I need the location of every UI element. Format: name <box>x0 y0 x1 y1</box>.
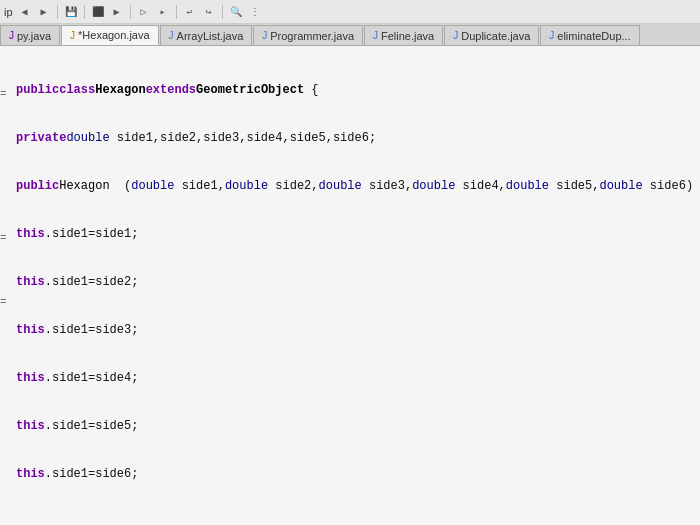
code-line-9: this.side1=side6; <box>16 466 692 482</box>
tab-icon-hexagon: J <box>70 30 75 41</box>
toolbar-separator-3 <box>130 5 131 19</box>
tab-icon-eliminate: J <box>549 30 554 41</box>
tab-arraylist-java[interactable]: J ArrayList.java <box>160 25 253 45</box>
code-line-6: this.side1=side3; <box>16 322 692 338</box>
toolbar-icons: ◀ ▶ 💾 ⬛ ▶ ▷ ▸ ↩ ↪ 🔍 ⋮ <box>17 4 263 20</box>
run1-icon[interactable]: ▷ <box>136 4 152 20</box>
code-editor[interactable]: public class Hexagon extends GeometricOb… <box>8 46 700 525</box>
tab-label-programmer: Programmer.java <box>270 30 354 42</box>
tab-label-py: py.java <box>17 30 51 42</box>
tab-label-arraylist: ArrayList.java <box>177 30 244 42</box>
save-icon[interactable]: 💾 <box>63 4 79 20</box>
tab-label-hexagon: *Hexagon.java <box>78 29 150 41</box>
editor-area[interactable]: = = = public class <box>0 46 700 525</box>
toolbar-separator-1 <box>57 5 58 19</box>
toolbar-separator-5 <box>222 5 223 19</box>
tab-icon-programmer: J <box>262 30 267 41</box>
marker-column: = = = <box>0 46 8 525</box>
tab-programmer-java[interactable]: J Programmer.java <box>253 25 363 45</box>
toolbar-title: ip <box>4 6 13 18</box>
code-line-1: public class Hexagon extends GeometricOb… <box>16 82 692 98</box>
run2-icon[interactable]: ▸ <box>155 4 171 20</box>
tab-icon-duplicate: J <box>453 30 458 41</box>
tab-py-java[interactable]: J py.java <box>0 25 60 45</box>
code-line-7: this.side1=side4; <box>16 370 692 386</box>
tab-label-eliminate: eliminateDup... <box>557 30 630 42</box>
code-line-5: this.side1=side2; <box>16 274 692 290</box>
search-icon[interactable]: 🔍 <box>228 4 244 20</box>
code-line-2: private double side1,side2,side3,side4,s… <box>16 130 692 146</box>
tab-feline-java[interactable]: J Feline.java <box>364 25 443 45</box>
tab-eliminate-dup[interactable]: J eliminateDup... <box>540 25 639 45</box>
undo-icon[interactable]: ↩ <box>182 4 198 20</box>
debug1-icon[interactable]: ⬛ <box>90 4 106 20</box>
tab-bar: J py.java J *Hexagon.java J ArrayList.ja… <box>0 24 700 46</box>
tab-icon-py: J <box>9 30 14 41</box>
code-container: = = = public class <box>0 46 700 525</box>
tab-duplicate-java[interactable]: J Duplicate.java <box>444 25 539 45</box>
code-line-4: this.side1=side1; <box>16 226 692 242</box>
redo-icon[interactable]: ↪ <box>201 4 217 20</box>
tab-hexagon-java[interactable]: J *Hexagon.java <box>61 25 159 45</box>
forward-icon[interactable]: ▶ <box>36 4 52 20</box>
tab-icon-arraylist: J <box>169 30 174 41</box>
app-window: ip ◀ ▶ 💾 ⬛ ▶ ▷ ▸ ↩ ↪ 🔍 ⋮ J py.java J * <box>0 0 700 525</box>
tab-icon-feline: J <box>373 30 378 41</box>
tab-label-feline: Feline.java <box>381 30 434 42</box>
code-line-10 <box>16 514 692 525</box>
code-line-3: public Hexagon (double side1,double side… <box>16 178 692 194</box>
debug2-icon[interactable]: ▶ <box>109 4 125 20</box>
toolbar-separator-2 <box>84 5 85 19</box>
code-line-8: this.side1=side5; <box>16 418 692 434</box>
toolbar: ip ◀ ▶ 💾 ⬛ ▶ ▷ ▸ ↩ ↪ 🔍 ⋮ <box>0 0 700 24</box>
more-icon[interactable]: ⋮ <box>247 4 263 20</box>
toolbar-separator-4 <box>176 5 177 19</box>
back-icon[interactable]: ◀ <box>17 4 33 20</box>
tab-label-duplicate: Duplicate.java <box>461 30 530 42</box>
